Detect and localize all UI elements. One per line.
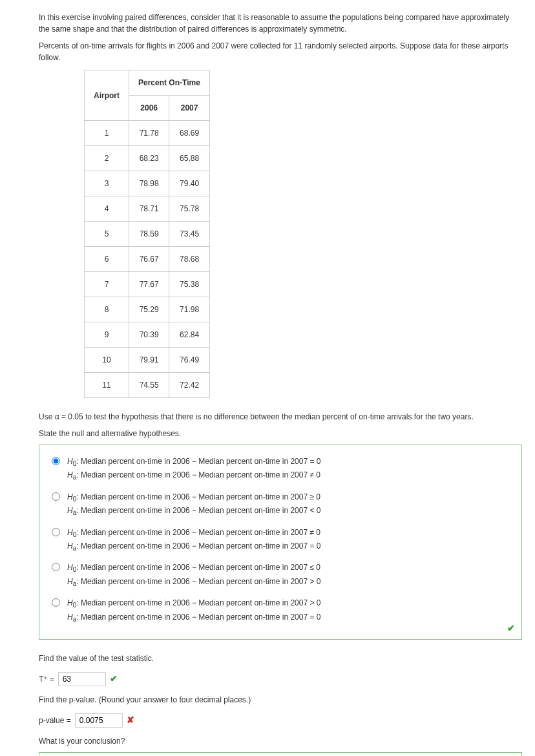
table-cell: 79.40 <box>169 171 209 196</box>
hypothesis-option[interactable]: H0: Median percent on-time in 2006 − Med… <box>48 597 512 625</box>
hypothesis-option[interactable]: H0: Median percent on-time in 2006 − Med… <box>48 527 512 554</box>
table-cell: 73.45 <box>169 222 209 247</box>
table-cell: 74.55 <box>129 373 169 398</box>
table-cell: 68.23 <box>129 146 169 171</box>
table-row: 268.2365.88 <box>85 146 210 171</box>
table-row: 777.6775.38 <box>85 272 210 297</box>
table-cell: 78.59 <box>129 222 169 247</box>
radio-button[interactable] <box>52 563 60 571</box>
table-row: 478.7175.78 <box>85 196 210 222</box>
table-cell: 4 <box>85 196 129 222</box>
p-value-input[interactable] <box>75 713 123 728</box>
h0-line: H0: Median percent on-time in 2006 − Med… <box>67 597 512 611</box>
table-row: 1174.5572.42 <box>85 373 210 398</box>
table-cell: 72.42 <box>169 373 209 398</box>
col-2006: 2006 <box>129 96 169 121</box>
table-row: 1079.9176.49 <box>85 348 210 373</box>
p-value-label: p-value = <box>39 715 71 726</box>
table-cell: 8 <box>85 297 129 322</box>
table-cell: 3 <box>85 171 129 196</box>
radio-button[interactable] <box>52 528 60 536</box>
table-cell: 1 <box>85 121 129 146</box>
h0-line: H0: Median percent on-time in 2006 − Med… <box>67 527 512 540</box>
table-cell: 11 <box>85 373 129 398</box>
table-cell: 10 <box>85 348 129 373</box>
table-row: 676.6778.68 <box>85 247 210 272</box>
table-row: 970.3962.84 <box>85 322 210 348</box>
alpha-statement: Use α = 0.05 to test the hypothesis that… <box>39 411 522 423</box>
table-cell: 77.67 <box>129 272 169 297</box>
table-cell: 76.49 <box>169 348 209 373</box>
table-cell: 2 <box>85 146 129 171</box>
hypothesis-option[interactable]: H0: Median percent on-time in 2006 − Med… <box>48 491 512 519</box>
table-cell: 7 <box>85 272 129 297</box>
conclusion-prompt: What is your conclusion? <box>39 735 522 747</box>
find-test-statistic-prompt: Find the value of the test statistic. <box>39 653 522 664</box>
table-cell: 68.69 <box>169 121 209 146</box>
table-cell: 71.98 <box>169 297 209 322</box>
hypothesis-option[interactable]: H0: Median percent on-time in 2006 − Med… <box>48 456 512 483</box>
h0-line: H0: Median percent on-time in 2006 − Med… <box>67 456 512 469</box>
radio-button[interactable] <box>52 598 60 607</box>
hypothesis-option[interactable]: H0: Median percent on-time in 2006 − Med… <box>48 562 512 589</box>
intro-paragraph-1: In this exercise involving paired differ… <box>39 12 522 35</box>
table-cell: 75.29 <box>129 297 169 322</box>
table-cell: 76.67 <box>129 247 169 272</box>
table-cell: 71.78 <box>129 121 169 146</box>
check-icon: ✔ <box>507 622 515 635</box>
ha-line: Ha: Median percent on-time in 2006 − Med… <box>67 611 512 625</box>
cross-icon: ✘ <box>127 713 134 727</box>
conclusion-options: Do not reject H0. There is sufficient ev… <box>39 752 522 756</box>
radio-button[interactable] <box>52 457 60 465</box>
h0-line: H0: Median percent on-time in 2006 − Med… <box>67 562 512 575</box>
table-cell: 79.91 <box>129 348 169 373</box>
ha-line: Ha: Median percent on-time in 2006 − Med… <box>67 540 512 554</box>
table-cell: 75.38 <box>169 272 209 297</box>
ha-line: Ha: Median percent on-time in 2006 − Med… <box>67 469 512 483</box>
h0-line: H0: Median percent on-time in 2006 − Med… <box>67 491 512 505</box>
col-airport: Airport <box>85 70 129 121</box>
state-hypotheses-prompt: State the null and alternative hypothese… <box>39 428 522 439</box>
hypothesis-options: H0: Median percent on-time in 2006 − Med… <box>39 445 522 640</box>
table-cell: 62.84 <box>169 322 209 348</box>
table-cell: 75.78 <box>169 196 209 222</box>
test-statistic-input[interactable] <box>58 672 106 686</box>
table-row: 171.7868.69 <box>85 121 210 146</box>
radio-button[interactable] <box>52 492 60 501</box>
table-row: 578.5973.45 <box>85 222 210 247</box>
test-statistic-label: T⁺ = <box>39 673 54 685</box>
table-cell: 78.71 <box>129 196 169 222</box>
table-row: 378.9879.40 <box>85 171 210 196</box>
table-cell: 78.98 <box>129 171 169 196</box>
table-cell: 70.39 <box>129 322 169 348</box>
col-2007: 2007 <box>169 96 209 121</box>
table-cell: 5 <box>85 222 129 247</box>
ha-line: Ha: Median percent on-time in 2006 − Med… <box>67 576 512 589</box>
find-p-value-prompt: Find the p-value. (Round your answer to … <box>39 694 522 706</box>
intro-paragraph-2: Percents of on-time arrivals for flights… <box>39 40 522 63</box>
check-icon: ✔ <box>110 672 118 686</box>
table-cell: 6 <box>85 247 129 272</box>
table-cell: 65.88 <box>169 146 209 171</box>
table-cell: 78.68 <box>169 247 209 272</box>
table-cell: 9 <box>85 322 129 348</box>
data-table: Airport Percent On-Time 2006 2007 171.78… <box>84 70 210 398</box>
ha-line: Ha: Median percent on-time in 2006 − Med… <box>67 505 512 518</box>
col-percent-ontime: Percent On-Time <box>129 70 210 96</box>
table-row: 875.2971.98 <box>85 297 210 322</box>
